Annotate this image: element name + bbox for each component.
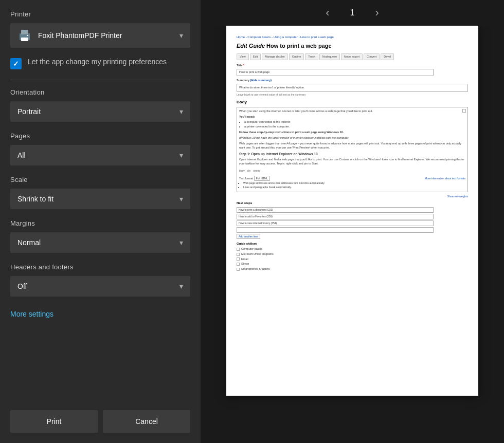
body-section: Body When you start using the internet, … [237, 99, 468, 199]
more-settings-link[interactable]: More settings [10, 310, 190, 318]
pages-value: All [17, 151, 26, 159]
bottom-buttons: Print Cancel [10, 400, 190, 433]
guide-skillset-label: Guide skillset [237, 242, 468, 246]
body-checkbox[interactable] [462, 109, 466, 113]
format-options-list: Web page addresses and e-mail addresses … [239, 181, 465, 189]
format-option-1: Web page addresses and e-mail addresses … [243, 181, 465, 185]
orientation-chevron-icon: ▾ [179, 107, 183, 116]
windows-note: (Windows 10 will have the latest version… [239, 136, 465, 140]
tab-edit[interactable]: Edit [250, 53, 261, 61]
margins-dropdown[interactable]: Normal ▾ [10, 232, 190, 253]
step-1-content: Open Internet Explorer and find a web pa… [239, 158, 465, 165]
toolbar-div: div [247, 169, 250, 173]
page-preview: Home › Computer basics › Using a compute… [226, 26, 478, 396]
next-step-input-2[interactable] [237, 214, 434, 219]
text-format-label: Text format Full HTML [239, 177, 270, 181]
text-format-row: Text format Full HTML More information a… [239, 175, 465, 181]
skillset-label-2: Microsoft Office programs [241, 252, 274, 256]
prev-page-button[interactable]: ‹ [326, 7, 329, 19]
skillset-item-3: Email [237, 257, 468, 262]
step-1-heading: Step 1: Open up Internet Explorer on Win… [239, 152, 465, 156]
title-field-label: Title * [237, 64, 468, 68]
app-change-preferences-row[interactable]: ✓ Let the app change my printing prefere… [10, 57, 190, 69]
next-step-input-3[interactable] [237, 220, 434, 226]
tab-bar: View Edit Manage display Outline Track N… [237, 53, 468, 61]
orientation-value: Portrait [17, 107, 41, 116]
more-info-link[interactable]: More information about text formats [425, 177, 465, 180]
orientation-dropdown[interactable]: Portrait ▾ [10, 101, 190, 122]
tab-manage-display[interactable]: Manage display [262, 53, 288, 61]
app-change-preferences-checkbox[interactable]: ✓ [10, 58, 22, 69]
cancel-button[interactable]: Cancel [103, 410, 190, 433]
printer-name: Foxit PhantomPDF Printer [38, 31, 179, 40]
summary-field-label: Summary (Hide summary) [237, 79, 468, 83]
next-page-button[interactable]: › [375, 7, 379, 19]
headers-footers-chevron-icon: ▾ [179, 282, 183, 290]
needs-list: a computer connected to the internet a p… [239, 120, 465, 128]
scale-label: Scale [10, 176, 190, 183]
printer-chevron-icon: ▾ [179, 31, 183, 40]
tab-convert[interactable]: Convert [364, 53, 380, 61]
orientation-label: Orientation [10, 88, 190, 96]
headers-footers-value: Off [17, 282, 27, 290]
svg-rect-1 [21, 30, 28, 34]
right-panel: ‹ 1 › Home › Computer basics › Using a c… [201, 0, 504, 443]
skillset-cb-5[interactable] [237, 268, 240, 271]
scale-group: Scale Shrink to fit ▾ [10, 176, 190, 209]
summary-field-row: Summary (Hide summary) What to do when t… [237, 79, 468, 97]
skillset-cb-2[interactable] [237, 253, 240, 256]
summary-field-input[interactable]: What to do when there isn't a 'printer f… [237, 84, 468, 92]
skillset-cb-3[interactable] [237, 257, 240, 261]
print-button[interactable]: Print [10, 410, 98, 433]
tab-view[interactable]: View [237, 53, 249, 61]
pages-label: Pages [10, 132, 190, 140]
title-field-row: Title * How to print a web page [237, 64, 468, 76]
body-toolbar: body div strong [239, 169, 465, 173]
printer-icon [17, 28, 32, 43]
tab-node-export[interactable]: Node export [341, 53, 363, 61]
toolbar-strong: strong [253, 169, 260, 173]
preview-nav: ‹ 1 › [201, 0, 504, 26]
show-row-weights-link[interactable]: Show row weights [237, 195, 468, 198]
page-title: Edit Guide How to print a web page [237, 42, 468, 50]
title-field-input[interactable]: How to print a web page [237, 69, 434, 76]
next-step-input-4[interactable] [237, 227, 434, 233]
skillset-cb-1[interactable] [237, 248, 240, 251]
body-label: Body [237, 99, 468, 105]
next-step-input-1[interactable] [237, 207, 434, 213]
pages-dropdown[interactable]: All ▾ [10, 145, 190, 165]
margins-chevron-icon: ▾ [179, 238, 183, 247]
tab-devel[interactable]: Devel [381, 53, 394, 61]
skillset-item-4: Skype [237, 262, 468, 266]
printer-dropdown[interactable]: Foxit PhantomPDF Printer ▾ [10, 23, 190, 48]
printer-section: Printer Foxit PhantomPDF Printer ▾ [10, 10, 190, 48]
skillset-cb-4[interactable] [237, 263, 240, 266]
app-change-preferences-label: Let the app change my printing preferenc… [28, 57, 167, 67]
headers-footers-group: Headers and footers Off ▾ [10, 263, 190, 297]
next-steps-section: Next steps Add another item [237, 201, 468, 238]
format-option-2: Lines and paragraphs break automatically… [243, 186, 465, 189]
tab-outline[interactable]: Outline [289, 53, 304, 61]
left-panel: Printer Foxit PhantomPDF Printer ▾ ✓ Let… [0, 0, 201, 443]
headers-footers-dropdown[interactable]: Off ▾ [10, 276, 190, 297]
checkmark-icon: ✓ [13, 60, 19, 67]
web-pages-note: Web pages are often bigger than one A4 p… [239, 142, 465, 150]
margins-label: Margins [10, 219, 190, 227]
scale-dropdown[interactable]: Shrink to fit ▾ [10, 189, 190, 209]
tab-track[interactable]: Track [305, 53, 318, 61]
page-content: Home › Computer basics › Using a compute… [226, 26, 478, 282]
add-another-item-button[interactable]: Add another item [237, 234, 260, 239]
scale-chevron-icon: ▾ [179, 195, 183, 203]
hide-summary-link[interactable]: (Hide summary) [250, 79, 272, 82]
follow-instructions: Follow these step-by-step instructions t… [239, 131, 465, 135]
text-format-select[interactable]: Full HTML [254, 176, 270, 181]
skillset-item-1: Computer basics [237, 247, 468, 251]
page-number: 1 [350, 8, 355, 17]
skillset-item-2: Microsoft Office programs [237, 252, 468, 256]
breadcrumb: Home › Computer basics › Using a compute… [237, 35, 468, 39]
tab-nodequese[interactable]: Nodequese [319, 53, 340, 61]
need-item-2: a printer connected to the computer. [244, 125, 465, 129]
pages-chevron-icon: ▾ [179, 151, 183, 159]
summary-help-text: Leave blank to use trimmed value of full… [237, 93, 468, 97]
skillset-label-4: Skype [241, 262, 249, 266]
